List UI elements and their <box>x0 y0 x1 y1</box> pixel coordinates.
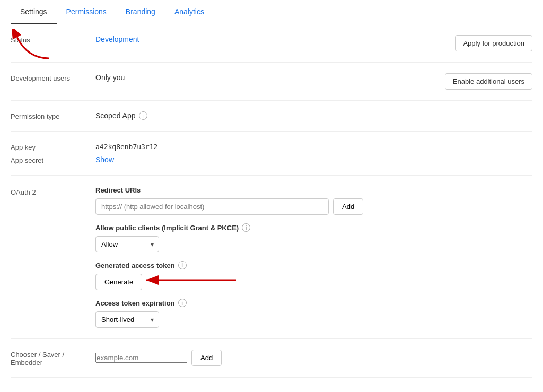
tab-settings[interactable]: Settings <box>11 0 57 24</box>
status-label: Status <box>11 35 95 44</box>
allow-public-clients-section: Allow public clients (Implicit Grant & P… <box>95 223 532 252</box>
permission-type-row: Permission type Scoped App i <box>11 101 532 132</box>
tabs-bar: Settings Permissions Branding Analytics <box>0 0 543 24</box>
expiration-info-icon[interactable]: i <box>178 299 187 307</box>
access-token-expiration-section: Access token expiration i Short-lived Lo… <box>95 299 532 328</box>
access-token-label: Generated access token <box>95 262 175 269</box>
redirect-uri-input-row: Add <box>95 198 532 215</box>
tab-branding[interactable]: Branding <box>116 0 165 24</box>
redirect-uri-input[interactable] <box>95 198 329 215</box>
expiration-select[interactable]: Short-lived Long-lived <box>95 311 159 328</box>
oauth-section: Redirect URIs Add Allow public clients (… <box>95 186 532 328</box>
redirect-uris-section: Redirect URIs Add <box>95 186 532 215</box>
chooser-input-row: Add <box>95 350 532 366</box>
development-users-label: Development users <box>11 73 95 82</box>
tab-analytics[interactable]: Analytics <box>165 0 214 24</box>
status-value[interactable]: Development <box>95 35 139 43</box>
app-key-row: App key a42kq8enb7u3r12 <box>11 132 532 153</box>
chooser-add-button[interactable]: Add <box>191 350 222 366</box>
app-key-value: a42kq8enb7u3r12 <box>95 143 157 151</box>
generated-access-token-section: Generated access token i Generate <box>95 261 532 290</box>
development-users-row: Development users Only you Enable additi… <box>11 63 532 101</box>
generate-button[interactable]: Generate <box>95 274 142 290</box>
permission-type-info-icon[interactable]: i <box>139 111 147 120</box>
apply-for-production-button[interactable]: Apply for production <box>455 35 532 51</box>
app-secret-show-link[interactable]: Show <box>95 155 114 164</box>
tab-permissions[interactable]: Permissions <box>57 0 116 24</box>
oauth2-label: OAuth 2 <box>11 186 95 196</box>
expiration-label: Access token expiration <box>95 299 175 307</box>
chooser-input[interactable] <box>95 353 187 363</box>
redirect-uri-add-button[interactable]: Add <box>333 198 363 215</box>
allow-select[interactable]: Allow Deny <box>95 236 159 252</box>
oauth2-row: OAuth 2 Redirect URIs Add <box>11 176 532 339</box>
redirect-uris-label: Redirect URIs <box>95 186 141 194</box>
app-secret-label: App secret <box>11 155 95 164</box>
expiration-select-wrapper: Short-lived Long-lived <box>95 311 159 328</box>
app-key-label: App key <box>11 142 95 151</box>
chooser-label: Chooser / Saver / Embedder <box>11 350 95 367</box>
status-row: Status Development Apply for production <box>11 24 532 63</box>
settings-content: Status Development Apply for production … <box>0 24 543 378</box>
public-clients-label: Allow public clients (Implicit Grant & P… <box>95 224 239 232</box>
access-token-info-icon[interactable]: i <box>178 261 187 269</box>
chooser-row: Chooser / Saver / Embedder Add <box>11 339 532 378</box>
permission-type-label: Permission type <box>11 111 95 120</box>
permission-type-value: Scoped App <box>95 111 136 120</box>
app-secret-row: App secret Show <box>11 153 532 176</box>
allow-select-wrapper: Allow Deny <box>95 236 159 252</box>
enable-additional-users-button[interactable]: Enable additional users <box>445 73 532 90</box>
development-users-value: Only you <box>95 73 125 82</box>
public-clients-info-icon[interactable]: i <box>242 223 250 232</box>
